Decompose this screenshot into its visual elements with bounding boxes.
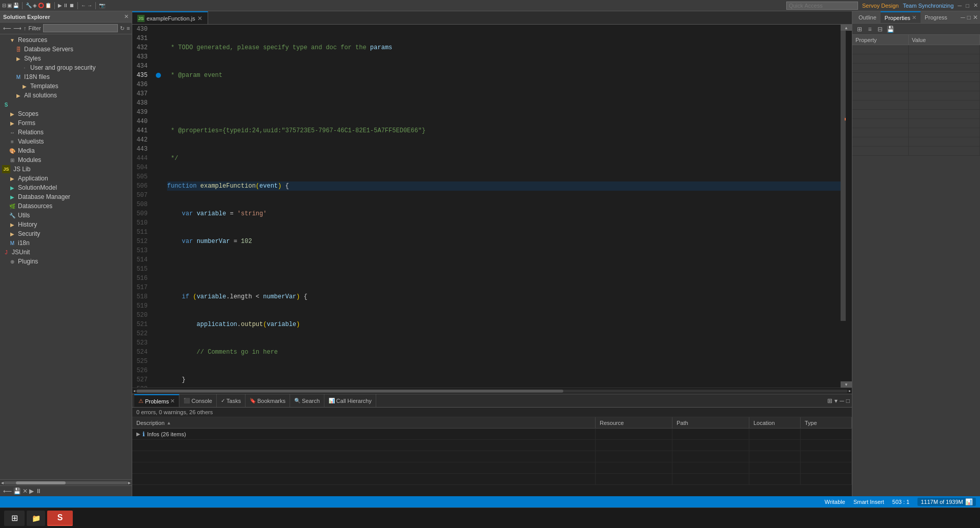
sidebar-item-scopes[interactable]: ▶ Scopes <box>0 109 132 118</box>
sidebar-item-i18n2[interactable]: M i18n <box>0 238 132 248</box>
toolbar-icon-10[interactable]: ⏹ <box>69 3 74 8</box>
h-scrollbar-track[interactable] <box>136 390 848 393</box>
start-button[interactable]: ⊞ <box>4 511 25 526</box>
sidebar-close-icon[interactable]: ✕ <box>124 13 129 20</box>
toolbar-icon-max[interactable]: □ <box>966 3 969 9</box>
props-icon-4[interactable]: 💾 <box>886 25 894 33</box>
right-panel-min[interactable]: ─ <box>961 14 965 21</box>
props-icon-1[interactable]: ⊞ <box>855 25 864 33</box>
scrollbar-track[interactable] <box>4 481 128 484</box>
problems-row-2[interactable] <box>132 451 852 462</box>
sidebar-item-datasources[interactable]: 🌿 Datasources <box>0 201 132 211</box>
taskbar-btn-1[interactable]: 📁 <box>27 511 45 526</box>
sidebar-btn-3[interactable]: ✕ <box>23 488 28 495</box>
toolbar-icon-min[interactable]: ─ <box>958 3 962 9</box>
sidebar-item-resources[interactable]: ▼ Resources <box>0 35 132 45</box>
sidebar-scrollbar[interactable]: ◂ ▸ <box>0 479 132 485</box>
tab-search[interactable]: 🔍 Search <box>290 394 324 407</box>
tab-problems-close[interactable]: ✕ <box>170 398 175 404</box>
tab-tasks[interactable]: ✓ Tasks <box>217 394 246 407</box>
filter-icon2[interactable]: ≡ <box>127 25 130 31</box>
sidebar-btn-2[interactable]: 💾 <box>13 488 21 495</box>
toolbar-icon-6[interactable]: ⭕ <box>38 3 44 8</box>
quick-access-input[interactable] <box>786 2 858 10</box>
toolbar-icon-12[interactable]: → <box>87 3 92 8</box>
sidebar-btn-4[interactable]: ▶ <box>29 488 34 495</box>
sidebar-item-user-group-security[interactable]: · User and group security <box>0 63 132 72</box>
editor-h-scrollbar[interactable]: ◂ ▸ <box>132 388 852 394</box>
sidebar-item-relations[interactable]: ↔ Relations <box>0 128 132 137</box>
toolbar-icon-1[interactable]: ⊟ <box>2 3 6 8</box>
panel-icon-2[interactable]: ▾ <box>834 397 838 404</box>
sidebar-nav-forward[interactable]: ⟶ <box>13 25 22 32</box>
sidebar-item-database-servers[interactable]: 🗄 Database Servers <box>0 45 132 54</box>
sidebar-item-security[interactable]: ▶ Security <box>0 229 132 238</box>
sidebar-item-plugins[interactable]: ⊕ Plugins <box>0 257 132 266</box>
props-icon-3[interactable]: ⊟ <box>876 25 884 33</box>
tab-console[interactable]: ⬛ Console <box>179 394 216 407</box>
sidebar-nav-back[interactable]: ⟵ <box>3 25 11 32</box>
sidebar-item-application[interactable]: ▶ Application <box>0 174 132 183</box>
scroll-right-arrow[interactable]: ▸ <box>128 480 131 485</box>
tab-outline[interactable]: Outline <box>854 11 881 23</box>
tab-close-btn[interactable]: ✕ <box>197 15 202 22</box>
sidebar-item-utils[interactable]: 🔧 Utils <box>0 211 132 220</box>
tab-properties-close[interactable]: ✕ <box>912 14 916 21</box>
code-content[interactable]: * TODO generated, please specify type an… <box>163 25 841 388</box>
sidebar-item-s-root[interactable]: S <box>0 100 132 109</box>
toolbar-icon-9[interactable]: ⏸ <box>63 3 68 8</box>
h-scroll-right[interactable]: ▸ <box>849 389 851 393</box>
scrollbar-down-btn[interactable]: ▼ <box>841 381 852 388</box>
sidebar-btn-5[interactable]: ⏸ <box>35 488 42 495</box>
sidebar-btn-1[interactable]: ⟵ <box>3 488 12 495</box>
problems-row-1[interactable] <box>132 440 852 451</box>
prop-row-3 <box>852 64 980 73</box>
tab-problems[interactable]: ⚠ Problems ✕ <box>134 394 179 407</box>
tab-properties[interactable]: Properties ✕ <box>881 11 921 23</box>
filter-input[interactable] <box>43 24 118 32</box>
toolbar-icon-13[interactable]: 📷 <box>99 3 105 8</box>
sidebar-item-database-manager[interactable]: ▶ Database Manager <box>0 192 132 201</box>
problems-row-infos[interactable]: ▶ ℹ Infos (26 items) <box>132 429 852 440</box>
sidebar-item-i18n[interactable]: M I18N files <box>0 72 132 82</box>
panel-icon-1[interactable]: ⊞ <box>827 397 832 404</box>
panel-minimize[interactable]: ─ <box>840 397 844 404</box>
toolbar-icon-3[interactable]: 💾 <box>13 3 19 8</box>
right-panel-close[interactable]: ✕ <box>973 14 978 21</box>
panel-maximize[interactable]: □ <box>846 397 850 404</box>
sidebar-item-modules[interactable]: ⊞ Modules <box>0 155 132 165</box>
sidebar-item-media[interactable]: 🎨 Media <box>0 146 132 155</box>
h-scroll-left[interactable]: ◂ <box>133 389 135 393</box>
editor-v-scrollbar-area[interactable]: ▲ ▼ <box>841 25 852 388</box>
taskbar-app-servoy[interactable]: S <box>47 511 73 526</box>
tab-progress[interactable]: Progress <box>921 11 951 23</box>
toolbar-icon-5[interactable]: ◈ <box>33 3 37 8</box>
tab-bookmarks[interactable]: 🔖 Bookmarks <box>246 394 290 407</box>
toolbar-icon-11[interactable]: ← <box>81 3 86 8</box>
filter-icon1[interactable]: ↻ <box>120 25 125 32</box>
sidebar-item-forms[interactable]: ▶ Forms <box>0 118 132 128</box>
toolbar-icon-2[interactable]: ▣ <box>7 3 12 8</box>
props-icon-2[interactable]: ≡ <box>866 25 874 33</box>
problems-row-4[interactable] <box>132 474 852 485</box>
tab-call-hierarchy[interactable]: 📊 Call Hierarchy <box>324 394 376 407</box>
editor-tab-main[interactable]: JS exampleFunction.js ✕ <box>132 11 208 24</box>
sidebar-item-styles[interactable]: ▶ Styles <box>0 54 132 63</box>
sidebar-nav-up[interactable]: ↑ <box>24 25 27 31</box>
right-panel-max[interactable]: □ <box>967 14 971 21</box>
sidebar-item-valuelists[interactable]: ≡ Valuelists <box>0 137 132 146</box>
toolbar-icon-7[interactable]: 📋 <box>45 3 51 8</box>
problems-row-3[interactable] <box>132 462 852 474</box>
toolbar-icon-8[interactable]: ▶ <box>58 3 62 8</box>
sidebar-item-history[interactable]: ▶ History <box>0 220 132 229</box>
sidebar-item-solutionmodel[interactable]: ▶ SolutionModel <box>0 183 132 192</box>
scrollbar-up-btn[interactable]: ▲ <box>841 25 852 31</box>
tab-progress-label: Progress <box>925 14 947 21</box>
sidebar-item-jsunit[interactable]: J JSUnit <box>0 248 132 257</box>
sidebar-item-templates[interactable]: ▶ Templates <box>0 82 132 91</box>
editor-scrollbar-track[interactable]: ▲ ▼ <box>841 25 852 388</box>
toolbar-icon-4[interactable]: 🔧 <box>26 3 32 8</box>
sidebar-item-jslib[interactable]: JS JS Lib <box>0 165 132 174</box>
sidebar-item-all-solutions[interactable]: ▶ All solutions <box>0 91 132 100</box>
toolbar-icon-close[interactable]: ✕ <box>973 2 978 9</box>
